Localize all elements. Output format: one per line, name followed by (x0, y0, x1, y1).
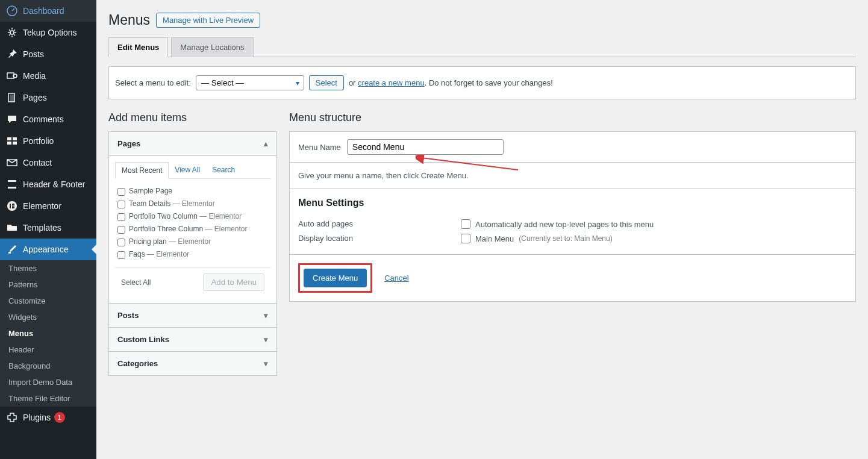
svg-rect-12 (8, 187, 16, 189)
submenu-header[interactable]: Header (0, 342, 96, 358)
pages-list[interactable]: Sample Page Team Details — Elementor Por… (115, 179, 270, 267)
sidebar-item-contact[interactable]: Contact (0, 152, 96, 173)
page-checkbox-item[interactable]: Team Details — Elementor (117, 198, 268, 210)
svg-rect-14 (10, 204, 11, 208)
submenu-widgets[interactable]: Widgets (0, 309, 96, 325)
tab-edit-menus[interactable]: Edit Menus (108, 37, 168, 57)
pages-header-label: Pages (117, 139, 140, 148)
sidebar-item-tekup[interactable]: Tekup Options (0, 22, 96, 43)
tab-search[interactable]: Search (206, 162, 241, 178)
sidebar-item-comments[interactable]: Comments (0, 108, 96, 130)
tab-manage-locations[interactable]: Manage Locations (171, 37, 253, 57)
layout-icon (6, 178, 18, 190)
sidebar-item-header-footer[interactable]: Header & Footer (0, 173, 96, 195)
sidebar-label: Header & Footer (23, 180, 86, 189)
posts-postbox-header[interactable]: Posts▾ (109, 304, 276, 327)
menu-select-dropdown[interactable]: — Select — (196, 75, 304, 90)
page-checkbox-item[interactable]: Pricing plan — Elementor (117, 236, 268, 248)
page-checkbox[interactable] (117, 188, 125, 196)
page-checkbox[interactable] (117, 226, 125, 234)
sidebar-item-dashboard[interactable]: Dashboard (0, 0, 96, 22)
page-icon (6, 92, 18, 104)
submenu-customize[interactable]: Customize (0, 293, 96, 309)
sidebar-item-templates[interactable]: Templates (0, 217, 96, 239)
page-checkbox[interactable] (117, 239, 125, 246)
sidebar-label: Posts (23, 49, 44, 59)
auto-add-checkbox[interactable] (461, 219, 470, 229)
sidebar-label: Comments (23, 114, 64, 124)
select-all-link[interactable]: Select All (121, 278, 151, 287)
page-checkbox[interactable] (117, 201, 125, 208)
create-new-menu-link[interactable]: create a new menu (358, 78, 425, 87)
svg-point-1 (10, 31, 14, 34)
plugin-icon (6, 411, 18, 423)
auto-add-checkbox-row[interactable]: Automatically add new top-level pages to… (461, 219, 654, 229)
categories-postbox-header[interactable]: Categories▾ (109, 352, 276, 375)
page-checkbox-item[interactable]: Portfolio Two Column — Elementor (117, 210, 268, 223)
auto-add-label: Auto add pages (298, 219, 461, 228)
page-checkbox-item[interactable]: Portfolio Three Column — Elementor (117, 223, 268, 236)
submenu-theme-editor[interactable]: Theme File Editor (0, 390, 96, 407)
display-location-checkbox-row[interactable]: Main Menu(Currently set to: Main Menu) (461, 234, 613, 243)
sidebar-item-plugins[interactable]: Plugins1 (0, 407, 96, 428)
page-checkbox[interactable] (117, 213, 125, 221)
pin-icon (6, 48, 18, 60)
add-to-menu-button[interactable]: Add to Menu (203, 273, 264, 291)
submenu-themes[interactable]: Themes (0, 260, 96, 276)
svg-rect-11 (8, 180, 16, 182)
sidebar-label: Pages (23, 93, 47, 102)
live-preview-button[interactable]: Manage with Live Preview (156, 13, 260, 28)
menu-name-label: Menu Name (298, 143, 341, 152)
sidebar-item-portfolio[interactable]: Portfolio (0, 130, 96, 152)
sidebar-label: Plugins (23, 413, 51, 422)
main-content: Menus Manage with Live Preview Edit Menu… (96, 0, 868, 459)
chevron-down-icon: ▾ (264, 335, 268, 344)
add-items-title: Add menu items (108, 111, 277, 124)
portfolio-icon (6, 135, 18, 147)
help-text: Give your menu a name, then click Create… (289, 163, 856, 189)
sidebar-item-appearance[interactable]: Appearance (0, 239, 96, 260)
sidebar-item-media[interactable]: Media (0, 65, 96, 87)
display-location-label: Display location (298, 234, 461, 243)
menu-settings-section: Menu Settings Auto add pages Automatical… (289, 189, 856, 255)
pages-postbox-header[interactable]: Pages ▴ (109, 132, 276, 156)
page-checkbox[interactable] (117, 251, 125, 259)
select-button[interactable]: Select (309, 75, 344, 90)
sidebar-label: Tekup Options (23, 28, 77, 37)
select-menu-label: Select a menu to edit: (115, 78, 191, 87)
cancel-link[interactable]: Cancel (384, 273, 408, 283)
submenu-patterns[interactable]: Patterns (0, 276, 96, 293)
svg-rect-6 (7, 137, 11, 140)
tab-view-all[interactable]: View All (169, 162, 206, 178)
create-menu-button[interactable]: Create Menu (304, 269, 367, 287)
submenu-background[interactable]: Background (0, 358, 96, 374)
submenu-import-demo[interactable]: Import Demo Data (0, 374, 96, 390)
menu-footer-row: Create Menu Cancel (289, 255, 856, 302)
page-checkbox-item[interactable]: Sample Page (117, 185, 268, 198)
svg-rect-7 (13, 137, 17, 140)
sidebar-label: Media (23, 71, 46, 81)
page-checkbox-item[interactable]: Faqs — Elementor (117, 248, 268, 261)
or-text: or (349, 78, 356, 87)
display-location-checkbox[interactable] (461, 234, 470, 243)
svg-rect-17 (12, 207, 14, 208)
svg-rect-9 (13, 142, 17, 145)
sidebar-item-elementor[interactable]: Elementor (0, 195, 96, 217)
sidebar-item-posts[interactable]: Posts (0, 43, 96, 65)
submenu-menus[interactable]: Menus (0, 325, 96, 342)
menu-structure-title: Menu structure (289, 111, 856, 124)
chevron-down-icon: ▾ (264, 311, 268, 320)
gear-icon (6, 27, 18, 39)
tab-most-recent[interactable]: Most Recent (115, 162, 169, 179)
mail-icon (6, 157, 18, 169)
custom-links-postbox-header[interactable]: Custom Links▾ (109, 328, 276, 351)
svg-rect-5 (10, 95, 14, 102)
chevron-up-icon: ▴ (264, 139, 268, 148)
sidebar-label: Contact (23, 158, 52, 167)
sidebar-item-pages[interactable]: Pages (0, 87, 96, 108)
save-note: . Do not forget to save your changes! (425, 78, 553, 87)
admin-sidebar: Dashboard Tekup Options Posts Media Page… (0, 0, 96, 459)
annotation-highlight: Create Menu (298, 263, 372, 293)
svg-rect-18 (8, 252, 11, 254)
menu-name-input[interactable] (347, 139, 504, 155)
